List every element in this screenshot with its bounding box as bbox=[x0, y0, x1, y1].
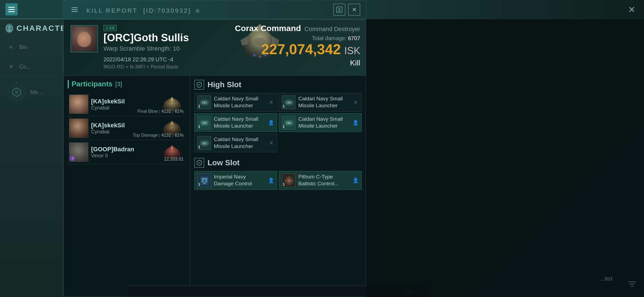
participant-row-2[interactable]: [KA]skekSil Cynabal bbox=[68, 116, 186, 140]
module-4-qty: 1 bbox=[283, 124, 285, 129]
module-low-1-qty: 1 bbox=[198, 182, 200, 186]
module-2-icon: 1 bbox=[282, 95, 296, 109]
participant-2-stat-label: Top Damage bbox=[133, 133, 158, 138]
export-icon bbox=[336, 7, 342, 13]
total-damage-value: 6707 bbox=[348, 35, 361, 41]
panel-id-text: [ID:7030932] bbox=[143, 7, 191, 14]
pilot-avatar bbox=[70, 25, 98, 53]
module-2-qty: 1 bbox=[283, 104, 285, 108]
svg-point-55 bbox=[204, 183, 205, 184]
panel-ham-line-3 bbox=[72, 11, 78, 12]
participant-2-avatar-image bbox=[69, 119, 88, 138]
module-row-high-4[interactable]: 1 Caldari Navy Small Missile Launcher 👤 bbox=[279, 113, 362, 132]
participant-2-avatar bbox=[69, 119, 88, 138]
svg-point-2 bbox=[7, 29, 11, 32]
participants-accent-bar bbox=[68, 80, 69, 88]
app-close-button[interactable]: ✕ bbox=[625, 3, 638, 16]
kill-report-panel: KILL REPORT [ID:7030932] ⎘ ✕ 1 Kill [ORC… bbox=[63, 0, 366, 297]
module-5-name: Caldari Navy Small Missile Launcher bbox=[214, 136, 265, 150]
fitting-panel: High Slot 1 bbox=[190, 76, 366, 297]
participants-count: [3] bbox=[115, 81, 122, 88]
low-slot-section: Low Slot bbox=[194, 158, 362, 190]
module-low-1-icon: 1 bbox=[197, 174, 211, 187]
module-3-status: 👤 bbox=[268, 120, 274, 126]
sidebar-item-combat[interactable]: ✕ Co... bbox=[0, 57, 63, 76]
app-close-icon: ✕ bbox=[628, 4, 635, 15]
sidebar-character-header: CHARACTER bbox=[0, 19, 63, 37]
participant-2-stats: Top Damage | 4132 | 61% bbox=[133, 133, 184, 138]
low-slot-grid: 1 Imperial Navy Damage Control 👤 bbox=[194, 171, 362, 190]
close-icon: ✕ bbox=[352, 6, 357, 13]
panel-title-text: KILL REPORT bbox=[86, 7, 138, 14]
module-row-high-2[interactable]: 1 Caldari Navy Small Missile Launcher ✕ bbox=[279, 93, 362, 112]
ship-name: Corax Command bbox=[235, 24, 301, 33]
participant-2-damage: 4132 bbox=[161, 133, 171, 138]
module-4-status: 👤 bbox=[353, 120, 359, 126]
panel-close-button[interactable]: ✕ bbox=[348, 4, 360, 16]
module-low-2-status: 👤 bbox=[353, 177, 359, 183]
x-mark-icon-2: ✕ bbox=[353, 99, 358, 106]
module-5-qty: 1 bbox=[198, 145, 200, 149]
panel-export-button[interactable] bbox=[333, 4, 345, 16]
isk-label: ISK bbox=[344, 45, 360, 56]
low-slot-shield-icon bbox=[196, 160, 203, 166]
module-low-1-status: 👤 bbox=[268, 177, 274, 183]
sidebar-item-bio[interactable]: ≡ Bio bbox=[0, 37, 63, 57]
sidebar: CHARACTER ≡ Bio ✕ Co... Me... bbox=[0, 0, 63, 297]
x-mark-icon-5: ✕ bbox=[269, 140, 274, 146]
person-mark-icon-low-2: 👤 bbox=[353, 177, 359, 183]
module-2-name: Caldari Navy Small Missile Launcher bbox=[298, 95, 350, 109]
panel-copy-icon: ⎘ bbox=[196, 8, 200, 14]
participant-3-stats: 12,333.01 bbox=[164, 157, 184, 162]
module-4-name: Caldari Navy Small Missile Launcher bbox=[298, 116, 350, 129]
svg-rect-52 bbox=[202, 179, 204, 183]
participant-1-stat-label: Final Blow bbox=[137, 109, 158, 114]
module-1-name: Caldari Navy Small Missile Launcher bbox=[214, 95, 265, 109]
participant-1-stats: Final Blow | 4132 | 61% bbox=[137, 109, 184, 114]
svg-point-44 bbox=[288, 122, 290, 124]
person-mark-icon-low-1: 👤 bbox=[268, 177, 274, 183]
high-slot-icon bbox=[194, 80, 204, 90]
participant-1-separator-2: | bbox=[172, 109, 175, 114]
module-low-2-qty: 1 bbox=[283, 182, 285, 186]
sidebar-item-me[interactable]: Me... bbox=[0, 77, 63, 107]
kill-stats: Corax Command Command Destroyer Total da… bbox=[235, 24, 360, 67]
module-low-1-name: Imperial Navy Damage Control bbox=[214, 174, 265, 187]
svg-point-49 bbox=[204, 142, 205, 144]
participant-row-1[interactable]: [KA]skekSil Cynabal bbox=[68, 92, 186, 116]
module-low-2-name: Pithum C-Type Ballistic Control... bbox=[298, 174, 350, 187]
module-row-high-1[interactable]: 1 Caldari Navy Small Missile Launcher ✕ bbox=[194, 93, 277, 112]
participant-row-3[interactable]: ℹ [GOOP]Badran Vexor II bbox=[68, 140, 186, 164]
person-mark-icon-2: 👤 bbox=[353, 120, 359, 126]
module-row-high-3[interactable]: 1 Caldari Navy Small Missile Launcher 👤 bbox=[194, 113, 277, 132]
participant-3-avatar: ℹ bbox=[69, 142, 88, 162]
svg-point-29 bbox=[204, 102, 205, 103]
high-slot-section: High Slot 1 bbox=[194, 80, 362, 152]
module-row-high-5[interactable]: 1 Caldari Navy Small Missile Launcher ✕ bbox=[194, 134, 277, 152]
right-panel-header: ✕ bbox=[366, 0, 644, 19]
module-2-status: ✕ bbox=[353, 99, 359, 105]
module-row-low-1[interactable]: 1 Imperial Navy Damage Control 👤 bbox=[194, 171, 277, 190]
participants-panel: Participants [3] [KA]skekSil Cynabal bbox=[64, 76, 190, 297]
shield-icon bbox=[196, 81, 203, 88]
module-1-qty: 1 bbox=[198, 104, 200, 108]
panel-hamburger-button[interactable] bbox=[69, 4, 80, 15]
module-3-icon: 1 bbox=[197, 116, 211, 130]
participants-title: Participants bbox=[72, 80, 113, 88]
content-area: Participants [3] [KA]skekSil Cynabal bbox=[64, 76, 366, 297]
x-mark-icon-1: ✕ bbox=[269, 99, 274, 106]
hamburger-line-1 bbox=[8, 7, 15, 8]
total-damage-label-area: Total damage: 6707 bbox=[235, 35, 360, 42]
sidebar-hamburger-button[interactable] bbox=[6, 3, 18, 15]
participant-3-info: [GOOP]Badran Vexor II bbox=[91, 146, 157, 159]
filter-icon-area[interactable] bbox=[627, 279, 637, 290]
module-row-low-2[interactable]: 1 Pithum C-Type Ballistic Control... 👤 bbox=[279, 171, 362, 190]
high-slot-title: High Slot bbox=[208, 80, 241, 89]
sidebar-item-bio-label: Bio bbox=[19, 44, 27, 50]
svg-rect-53 bbox=[205, 179, 207, 183]
participant-2-name: [KA]skekSil bbox=[91, 122, 157, 129]
ship-class: Command Destroyer bbox=[304, 26, 360, 32]
high-slot-grid: 1 Caldari Navy Small Missile Launcher ✕ bbox=[194, 93, 362, 152]
svg-point-59 bbox=[288, 179, 290, 182]
kill-type-badge: Kill bbox=[235, 59, 360, 67]
